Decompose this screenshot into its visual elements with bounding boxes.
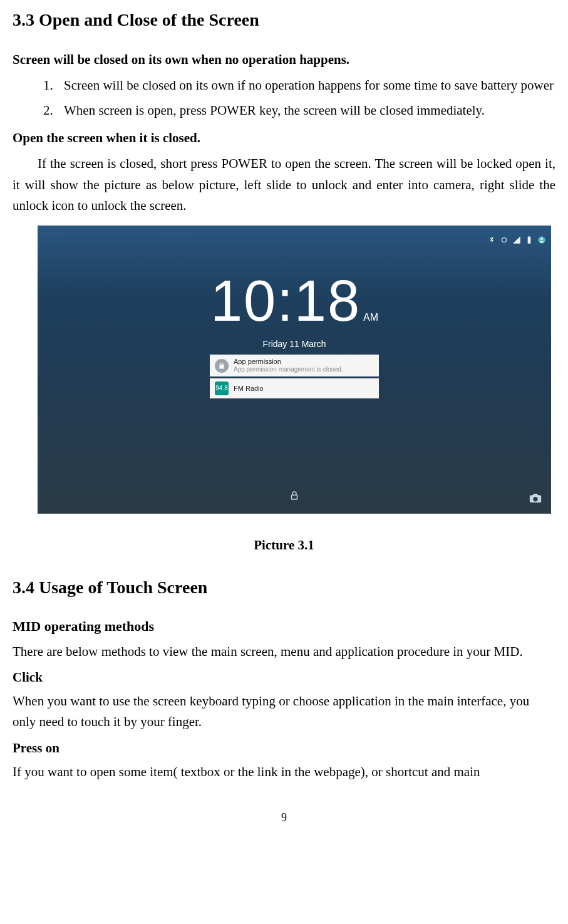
camera-icon[interactable] <box>529 490 542 511</box>
open-screen-heading: Open the screen when it is closed. <box>13 128 555 149</box>
battery-icon <box>525 229 534 251</box>
time-ampm: AM <box>363 309 378 326</box>
svg-point-2 <box>540 237 543 240</box>
lockscreen-date: Friday 11 March <box>38 337 551 351</box>
lockscreen-time: 10:18AM <box>38 272 551 330</box>
mid-methods-intro: There are below methods to view the main… <box>13 641 555 663</box>
section-3-3-heading: 3.3 Open and Close of the Screen <box>13 6 555 34</box>
circle-icon <box>500 229 509 251</box>
signal-icon <box>512 229 521 251</box>
click-heading: Click <box>13 667 555 688</box>
close-screen-list: Screen will be closed on its own if no o… <box>13 75 555 121</box>
open-screen-paragraph: If the screen is closed, short press POW… <box>13 153 555 217</box>
time-value: 10:18 <box>210 272 361 330</box>
notification-subtitle: App permission management is closed. <box>234 366 343 373</box>
figure-3-1: 10:18AM Friday 11 March App permission A… <box>38 226 555 514</box>
notification-fm-radio[interactable]: 94.8 FM Radio <box>210 378 379 398</box>
notification-title: App permission <box>234 358 343 366</box>
notification-title: FM Radio <box>234 385 264 393</box>
close-list-item-2: When screen is open, press POWER key, th… <box>56 100 555 122</box>
page-number: 9 <box>13 809 555 827</box>
close-screen-heading: Screen will be closed on its own when no… <box>13 49 555 71</box>
radio-icon: 94.8 <box>215 382 229 395</box>
figure-caption: Picture 3.1 <box>13 535 555 556</box>
section-3-4-heading: 3.4 Usage of Touch Screen <box>13 574 555 602</box>
notification-text: App permission App permission management… <box>234 358 343 373</box>
close-list-item-1: Screen will be closed on its own if no o… <box>56 75 555 96</box>
user-icon <box>537 229 546 251</box>
lockscreen-notifications: App permission App permission management… <box>210 355 379 400</box>
android-lockscreen: 10:18AM Friday 11 March App permission A… <box>38 226 551 514</box>
press-heading: Press on <box>13 738 555 759</box>
lock-icon <box>215 359 229 373</box>
notification-app-permission[interactable]: App permission App permission management… <box>210 355 379 376</box>
svg-point-0 <box>502 237 507 242</box>
press-body: If you want to open some item( textbox o… <box>13 762 555 783</box>
svg-rect-3 <box>292 496 297 500</box>
notification-text: FM Radio <box>234 385 264 393</box>
mid-methods-heading: MID operating methods <box>13 615 555 637</box>
unlock-icon[interactable] <box>289 486 300 507</box>
click-body: When you want to use the screen keyboard… <box>13 691 555 733</box>
bluetooth-icon <box>487 229 496 251</box>
status-bar <box>487 229 546 251</box>
